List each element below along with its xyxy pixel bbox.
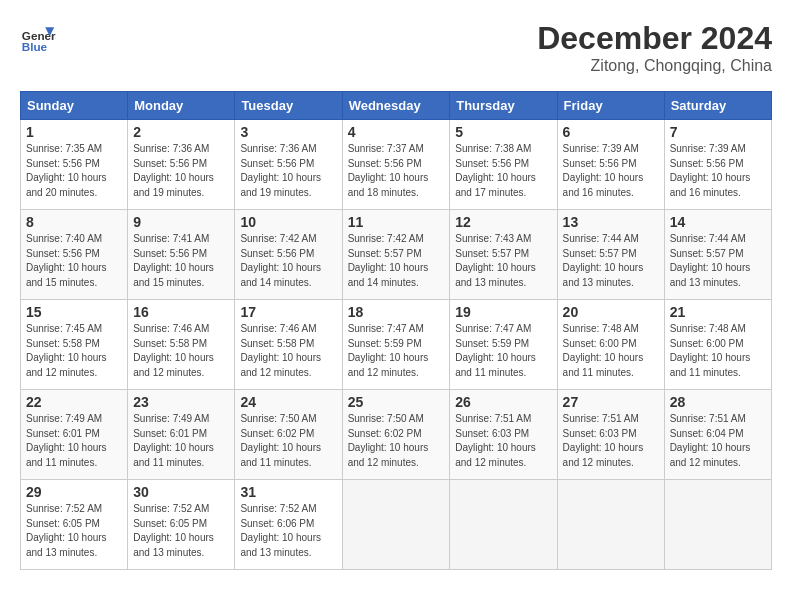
calendar-cell: 16Sunrise: 7:46 AM Sunset: 5:58 PM Dayli… bbox=[128, 300, 235, 390]
day-info: Sunrise: 7:50 AM Sunset: 6:02 PM Dayligh… bbox=[348, 412, 445, 470]
day-info: Sunrise: 7:36 AM Sunset: 5:56 PM Dayligh… bbox=[240, 142, 336, 200]
day-info: Sunrise: 7:47 AM Sunset: 5:59 PM Dayligh… bbox=[455, 322, 551, 380]
day-info: Sunrise: 7:43 AM Sunset: 5:57 PM Dayligh… bbox=[455, 232, 551, 290]
calendar-cell: 5Sunrise: 7:38 AM Sunset: 5:56 PM Daylig… bbox=[450, 120, 557, 210]
day-number: 16 bbox=[133, 304, 229, 320]
calendar-week-4: 22Sunrise: 7:49 AM Sunset: 6:01 PM Dayli… bbox=[21, 390, 772, 480]
col-sunday: Sunday bbox=[21, 92, 128, 120]
col-tuesday: Tuesday bbox=[235, 92, 342, 120]
calendar-cell: 2Sunrise: 7:36 AM Sunset: 5:56 PM Daylig… bbox=[128, 120, 235, 210]
calendar-cell: 7Sunrise: 7:39 AM Sunset: 5:56 PM Daylig… bbox=[664, 120, 771, 210]
day-info: Sunrise: 7:51 AM Sunset: 6:03 PM Dayligh… bbox=[563, 412, 659, 470]
day-number: 6 bbox=[563, 124, 659, 140]
calendar-cell: 1Sunrise: 7:35 AM Sunset: 5:56 PM Daylig… bbox=[21, 120, 128, 210]
calendar-cell: 27Sunrise: 7:51 AM Sunset: 6:03 PM Dayli… bbox=[557, 390, 664, 480]
day-info: Sunrise: 7:52 AM Sunset: 6:05 PM Dayligh… bbox=[26, 502, 122, 560]
day-number: 24 bbox=[240, 394, 336, 410]
location: Zitong, Chongqing, China bbox=[537, 57, 772, 75]
day-info: Sunrise: 7:46 AM Sunset: 5:58 PM Dayligh… bbox=[133, 322, 229, 380]
day-info: Sunrise: 7:35 AM Sunset: 5:56 PM Dayligh… bbox=[26, 142, 122, 200]
calendar-cell: 17Sunrise: 7:46 AM Sunset: 5:58 PM Dayli… bbox=[235, 300, 342, 390]
day-number: 27 bbox=[563, 394, 659, 410]
day-number: 17 bbox=[240, 304, 336, 320]
calendar-header-row: Sunday Monday Tuesday Wednesday Thursday… bbox=[21, 92, 772, 120]
calendar-cell: 9Sunrise: 7:41 AM Sunset: 5:56 PM Daylig… bbox=[128, 210, 235, 300]
calendar-cell: 24Sunrise: 7:50 AM Sunset: 6:02 PM Dayli… bbox=[235, 390, 342, 480]
day-number: 11 bbox=[348, 214, 445, 230]
calendar-cell: 3Sunrise: 7:36 AM Sunset: 5:56 PM Daylig… bbox=[235, 120, 342, 210]
calendar-cell: 12Sunrise: 7:43 AM Sunset: 5:57 PM Dayli… bbox=[450, 210, 557, 300]
day-info: Sunrise: 7:51 AM Sunset: 6:04 PM Dayligh… bbox=[670, 412, 766, 470]
col-wednesday: Wednesday bbox=[342, 92, 450, 120]
day-number: 9 bbox=[133, 214, 229, 230]
day-number: 21 bbox=[670, 304, 766, 320]
day-info: Sunrise: 7:52 AM Sunset: 6:06 PM Dayligh… bbox=[240, 502, 336, 560]
col-thursday: Thursday bbox=[450, 92, 557, 120]
day-number: 19 bbox=[455, 304, 551, 320]
calendar-cell: 11Sunrise: 7:42 AM Sunset: 5:57 PM Dayli… bbox=[342, 210, 450, 300]
day-info: Sunrise: 7:39 AM Sunset: 5:56 PM Dayligh… bbox=[670, 142, 766, 200]
calendar-cell: 19Sunrise: 7:47 AM Sunset: 5:59 PM Dayli… bbox=[450, 300, 557, 390]
calendar-cell: 31Sunrise: 7:52 AM Sunset: 6:06 PM Dayli… bbox=[235, 480, 342, 570]
calendar-cell: 29Sunrise: 7:52 AM Sunset: 6:05 PM Dayli… bbox=[21, 480, 128, 570]
calendar-week-2: 8Sunrise: 7:40 AM Sunset: 5:56 PM Daylig… bbox=[21, 210, 772, 300]
col-monday: Monday bbox=[128, 92, 235, 120]
day-number: 22 bbox=[26, 394, 122, 410]
col-saturday: Saturday bbox=[664, 92, 771, 120]
month-title: December 2024 bbox=[537, 20, 772, 57]
logo: General Blue bbox=[20, 20, 56, 56]
day-info: Sunrise: 7:36 AM Sunset: 5:56 PM Dayligh… bbox=[133, 142, 229, 200]
calendar-cell: 30Sunrise: 7:52 AM Sunset: 6:05 PM Dayli… bbox=[128, 480, 235, 570]
day-info: Sunrise: 7:49 AM Sunset: 6:01 PM Dayligh… bbox=[26, 412, 122, 470]
day-info: Sunrise: 7:50 AM Sunset: 6:02 PM Dayligh… bbox=[240, 412, 336, 470]
calendar-cell: 22Sunrise: 7:49 AM Sunset: 6:01 PM Dayli… bbox=[21, 390, 128, 480]
day-number: 14 bbox=[670, 214, 766, 230]
day-number: 28 bbox=[670, 394, 766, 410]
calendar-cell: 10Sunrise: 7:42 AM Sunset: 5:56 PM Dayli… bbox=[235, 210, 342, 300]
day-info: Sunrise: 7:49 AM Sunset: 6:01 PM Dayligh… bbox=[133, 412, 229, 470]
day-number: 3 bbox=[240, 124, 336, 140]
logo-icon: General Blue bbox=[20, 20, 56, 56]
day-number: 12 bbox=[455, 214, 551, 230]
calendar-week-5: 29Sunrise: 7:52 AM Sunset: 6:05 PM Dayli… bbox=[21, 480, 772, 570]
page-header: General Blue December 2024 Zitong, Chong… bbox=[20, 20, 772, 75]
calendar-week-3: 15Sunrise: 7:45 AM Sunset: 5:58 PM Dayli… bbox=[21, 300, 772, 390]
day-number: 7 bbox=[670, 124, 766, 140]
calendar-cell: 21Sunrise: 7:48 AM Sunset: 6:00 PM Dayli… bbox=[664, 300, 771, 390]
day-number: 5 bbox=[455, 124, 551, 140]
calendar-week-1: 1Sunrise: 7:35 AM Sunset: 5:56 PM Daylig… bbox=[21, 120, 772, 210]
day-info: Sunrise: 7:47 AM Sunset: 5:59 PM Dayligh… bbox=[348, 322, 445, 380]
day-number: 13 bbox=[563, 214, 659, 230]
calendar-cell: 18Sunrise: 7:47 AM Sunset: 5:59 PM Dayli… bbox=[342, 300, 450, 390]
day-info: Sunrise: 7:44 AM Sunset: 5:57 PM Dayligh… bbox=[670, 232, 766, 290]
calendar-table: Sunday Monday Tuesday Wednesday Thursday… bbox=[20, 91, 772, 570]
calendar-cell: 14Sunrise: 7:44 AM Sunset: 5:57 PM Dayli… bbox=[664, 210, 771, 300]
calendar-cell: 25Sunrise: 7:50 AM Sunset: 6:02 PM Dayli… bbox=[342, 390, 450, 480]
day-info: Sunrise: 7:46 AM Sunset: 5:58 PM Dayligh… bbox=[240, 322, 336, 380]
day-number: 8 bbox=[26, 214, 122, 230]
day-number: 25 bbox=[348, 394, 445, 410]
day-info: Sunrise: 7:39 AM Sunset: 5:56 PM Dayligh… bbox=[563, 142, 659, 200]
calendar-cell: 8Sunrise: 7:40 AM Sunset: 5:56 PM Daylig… bbox=[21, 210, 128, 300]
col-friday: Friday bbox=[557, 92, 664, 120]
day-info: Sunrise: 7:42 AM Sunset: 5:56 PM Dayligh… bbox=[240, 232, 336, 290]
day-number: 4 bbox=[348, 124, 445, 140]
calendar-cell: 15Sunrise: 7:45 AM Sunset: 5:58 PM Dayli… bbox=[21, 300, 128, 390]
day-number: 1 bbox=[26, 124, 122, 140]
day-info: Sunrise: 7:48 AM Sunset: 6:00 PM Dayligh… bbox=[563, 322, 659, 380]
day-info: Sunrise: 7:42 AM Sunset: 5:57 PM Dayligh… bbox=[348, 232, 445, 290]
day-info: Sunrise: 7:52 AM Sunset: 6:05 PM Dayligh… bbox=[133, 502, 229, 560]
calendar-cell: 6Sunrise: 7:39 AM Sunset: 5:56 PM Daylig… bbox=[557, 120, 664, 210]
day-info: Sunrise: 7:37 AM Sunset: 5:56 PM Dayligh… bbox=[348, 142, 445, 200]
calendar-cell: 4Sunrise: 7:37 AM Sunset: 5:56 PM Daylig… bbox=[342, 120, 450, 210]
title-block: December 2024 Zitong, Chongqing, China bbox=[537, 20, 772, 75]
day-info: Sunrise: 7:45 AM Sunset: 5:58 PM Dayligh… bbox=[26, 322, 122, 380]
day-number: 29 bbox=[26, 484, 122, 500]
day-number: 23 bbox=[133, 394, 229, 410]
calendar-cell bbox=[557, 480, 664, 570]
calendar-cell: 26Sunrise: 7:51 AM Sunset: 6:03 PM Dayli… bbox=[450, 390, 557, 480]
day-number: 31 bbox=[240, 484, 336, 500]
svg-text:Blue: Blue bbox=[22, 40, 48, 53]
day-number: 18 bbox=[348, 304, 445, 320]
day-info: Sunrise: 7:38 AM Sunset: 5:56 PM Dayligh… bbox=[455, 142, 551, 200]
